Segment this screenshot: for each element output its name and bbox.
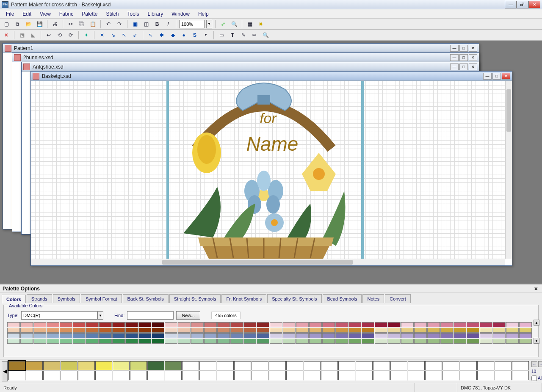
- cut-icon[interactable]: ✂: [66, 19, 75, 29]
- color-swatch[interactable]: [60, 333, 72, 338]
- used-color-cell[interactable]: [269, 361, 286, 370]
- color-swatch[interactable]: [204, 322, 217, 327]
- used-color-cell[interactable]: [321, 361, 338, 370]
- color-swatch[interactable]: [20, 339, 33, 344]
- color-swatch[interactable]: [165, 328, 177, 333]
- color-swatch[interactable]: [73, 333, 86, 338]
- color-swatch[interactable]: [230, 322, 243, 327]
- restore-button[interactable]: 🗗: [517, 1, 528, 8]
- used-color-cell[interactable]: [113, 371, 130, 380]
- undo-icon[interactable]: ↶: [104, 19, 113, 29]
- color-swatch[interactable]: [427, 339, 440, 344]
- color-swatch[interactable]: [335, 333, 348, 338]
- new-color-button[interactable]: New...: [176, 311, 200, 320]
- scroll-up-icon[interactable]: ▲: [534, 320, 539, 326]
- select-icon[interactable]: ◫: [141, 19, 151, 29]
- used-color-cell[interactable]: [165, 361, 182, 370]
- rect-icon[interactable]: ▣: [130, 19, 140, 29]
- color-swatch[interactable]: [60, 322, 72, 327]
- color-swatch[interactable]: [204, 333, 217, 338]
- doc-maximize-button[interactable]: □: [459, 63, 468, 70]
- document-window-active[interactable]: Basketgt.xsd — □ ✕ for Name: [30, 71, 512, 266]
- color-swatch[interactable]: [86, 339, 99, 344]
- color-swatch[interactable]: [165, 339, 177, 344]
- copy-doc-icon[interactable]: ⧉: [13, 19, 22, 29]
- used-color-cell[interactable]: [408, 361, 425, 370]
- color-swatch[interactable]: [7, 328, 20, 333]
- color-swatch[interactable]: [440, 322, 453, 327]
- color-swatch[interactable]: [99, 328, 112, 333]
- minimize-button[interactable]: —: [505, 1, 517, 8]
- color-swatch[interactable]: [467, 322, 479, 327]
- color-swatch[interactable]: [7, 339, 20, 344]
- color-swatch[interactable]: [440, 333, 453, 338]
- used-color-cell[interactable]: [495, 371, 512, 380]
- line5-icon[interactable]: ↖: [146, 30, 155, 40]
- color-swatch[interactable]: [257, 339, 269, 344]
- sparkle-icon[interactable]: ✦: [82, 30, 91, 40]
- menu-fabric[interactable]: Fabric: [55, 10, 77, 18]
- doc-minimize-button[interactable]: —: [450, 63, 459, 70]
- all-checkbox[interactable]: [531, 375, 537, 381]
- color-swatch[interactable]: [86, 333, 99, 338]
- color-swatch[interactable]: [362, 322, 374, 327]
- used-color-cell[interactable]: [26, 371, 43, 380]
- color-swatch[interactable]: [375, 339, 387, 344]
- color-swatch[interactable]: [47, 328, 59, 333]
- used-color-cell[interactable]: [147, 361, 164, 370]
- color-swatch[interactable]: [204, 339, 217, 344]
- palette-tab-symbols[interactable]: Symbols: [53, 294, 80, 303]
- color-swatch[interactable]: [270, 328, 282, 333]
- color-swatch[interactable]: [47, 322, 59, 327]
- color-swatch[interactable]: [60, 328, 72, 333]
- used-color-cell[interactable]: [477, 371, 494, 380]
- color-swatch[interactable]: [348, 339, 361, 344]
- vertical-scrollbar[interactable]: [505, 81, 512, 259]
- used-color-cell[interactable]: [78, 371, 95, 380]
- palette-tab-specialty-st-symbols[interactable]: Specialty St. Symbols: [267, 294, 321, 303]
- used-color-cell[interactable]: [425, 371, 442, 380]
- copy-icon[interactable]: ⿻: [77, 19, 86, 29]
- color-swatch[interactable]: [283, 333, 296, 338]
- used-color-cell[interactable]: [390, 361, 407, 370]
- print-icon[interactable]: 🖨: [50, 19, 60, 29]
- color-swatch[interactable]: [375, 322, 387, 327]
- wand-icon[interactable]: ✎: [239, 30, 248, 40]
- flash-icon[interactable]: ✖: [256, 19, 265, 29]
- doc-maximize-button[interactable]: □: [459, 45, 468, 52]
- used-color-cell[interactable]: [338, 361, 355, 370]
- color-swatch[interactable]: [322, 328, 335, 333]
- color-swatch[interactable]: [33, 333, 46, 338]
- new-icon[interactable]: ▢: [2, 19, 11, 29]
- half-stitch-icon[interactable]: ⬔: [17, 30, 27, 40]
- color-swatch[interactable]: [309, 333, 322, 338]
- color-swatch[interactable]: [388, 322, 401, 327]
- used-color-cell[interactable]: [182, 361, 199, 370]
- used-color-cell[interactable]: [147, 371, 164, 380]
- color-swatch[interactable]: [230, 333, 243, 338]
- save-icon[interactable]: 💾: [35, 19, 44, 29]
- used-color-cell[interactable]: [356, 371, 373, 380]
- color-swatch[interactable]: [217, 333, 230, 338]
- palette-tab-symbol-format[interactable]: Symbol Format: [81, 294, 122, 303]
- used-color-cell[interactable]: [43, 371, 60, 380]
- used-color-cell[interactable]: [113, 361, 130, 370]
- color-swatch[interactable]: [20, 333, 33, 338]
- doc-close-button[interactable]: ✕: [502, 73, 510, 80]
- color-swatch[interactable]: [125, 333, 138, 338]
- color-swatch[interactable]: [414, 328, 427, 333]
- color-swatch[interactable]: [427, 328, 440, 333]
- color-swatch[interactable]: [20, 322, 33, 327]
- color-swatch[interactable]: [47, 339, 59, 344]
- zoom-input[interactable]: 100%: [179, 20, 205, 28]
- color-swatch[interactable]: [348, 322, 361, 327]
- color-swatch[interactable]: [401, 333, 414, 338]
- color-swatch[interactable]: [33, 339, 46, 344]
- color-swatch[interactable]: [283, 328, 296, 333]
- type-dropdown-button[interactable]: ▼: [97, 311, 103, 320]
- color-swatch[interactable]: [112, 333, 125, 338]
- color-swatch[interactable]: [414, 333, 427, 338]
- color-swatch[interactable]: [257, 328, 269, 333]
- color-swatch[interactable]: [454, 322, 466, 327]
- used-color-cell[interactable]: [199, 361, 216, 370]
